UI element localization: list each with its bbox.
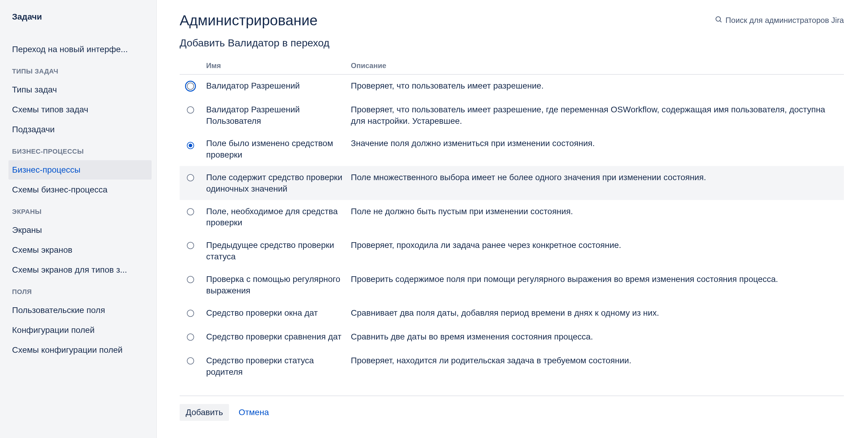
validator-radio[interactable] — [187, 208, 194, 215]
table-row[interactable]: Средство проверки статуса родителяПровер… — [180, 349, 844, 383]
table-row[interactable]: Поле содержит средство проверки одиночны… — [180, 166, 844, 200]
validator-name: Проверка с помощью регулярного выражения — [204, 268, 348, 302]
table-row[interactable]: Проверка с помощью регулярного выражения… — [180, 268, 844, 302]
validator-radio[interactable] — [187, 106, 194, 113]
validator-description: Проверяет, что пользователь имеет разреш… — [348, 74, 844, 98]
sidebar-item[interactable]: Схемы экранов для типов з... — [8, 260, 152, 279]
validator-description: Сравнивает два поля даты, добавляя перио… — [348, 302, 844, 326]
validator-name: Поле было изменено средством проверки — [204, 132, 348, 166]
validator-name: Валидатор Разрешений Пользователя — [204, 98, 348, 132]
validator-name: Средство проверки сравнения дат — [204, 326, 348, 349]
header-row: Администрирование Поиск для администрато… — [180, 12, 844, 29]
sidebar-item[interactable]: Схемы типов задач — [8, 100, 152, 119]
sidebar-item[interactable]: Экраны — [8, 221, 152, 240]
add-button[interactable]: Добавить — [180, 404, 229, 421]
column-name: Имя — [204, 59, 348, 74]
validator-radio[interactable] — [187, 242, 194, 249]
sidebar: Задачи Переход на новый интерфе... ТИПЫ … — [0, 0, 157, 438]
sidebar-item[interactable]: Схемы конфигурации полей — [8, 340, 152, 360]
validator-radio[interactable] — [187, 82, 194, 90]
sidebar-item[interactable]: Схемы экранов — [8, 240, 152, 260]
validator-description: Поле не должно быть пустым при изменении… — [348, 200, 844, 234]
svg-point-0 — [716, 16, 720, 21]
table-row[interactable]: Валидатор РазрешенийПроверяет, что польз… — [180, 74, 844, 98]
table-row[interactable]: Предыдущее средство проверки статусаПров… — [180, 234, 844, 268]
sidebar-section-label: БИЗНЕС-ПРОЦЕССЫ — [8, 140, 152, 160]
validator-radio[interactable] — [187, 174, 194, 181]
table-row[interactable]: Поле, необходимое для средства проверкиП… — [180, 200, 844, 234]
subheading: Добавить Валидатор в переход — [180, 37, 844, 49]
cancel-button[interactable]: Отмена — [238, 404, 270, 421]
table-row[interactable]: Средство проверки сравнения датСравнить … — [180, 326, 844, 349]
validator-name: Валидатор Разрешений — [204, 74, 348, 98]
sidebar-section-label: ТИПЫ ЗАДАЧ — [8, 60, 152, 80]
svg-line-1 — [720, 21, 721, 22]
validator-radio[interactable] — [187, 142, 194, 149]
sidebar-item[interactable]: Пользовательские поля — [8, 301, 152, 320]
sidebar-section-label: ЭКРАНЫ — [8, 200, 152, 221]
admin-search[interactable]: Поиск для администраторов Jira — [715, 15, 844, 25]
column-description: Описание — [348, 59, 844, 74]
validator-name: Предыдущее средство проверки статуса — [204, 234, 348, 268]
validator-name: Средство проверки окна дат — [204, 302, 348, 326]
page-title: Администрирование — [180, 12, 318, 29]
table-row[interactable]: Поле было изменено средством проверкиЗна… — [180, 132, 844, 166]
table-row[interactable]: Валидатор Разрешений ПользователяПроверя… — [180, 98, 844, 132]
sidebar-item[interactable]: Конфигурации полей — [8, 321, 152, 340]
sidebar-section-label: ПОЛЯ — [8, 280, 152, 301]
admin-search-label: Поиск для администраторов Jira — [725, 16, 844, 25]
validator-description: Проверяет, находится ли родительская зад… — [348, 349, 844, 383]
validator-description: Сравнить две даты во время изменения сос… — [348, 326, 844, 349]
validator-description: Проверить содержимое поля при помощи рег… — [348, 268, 844, 302]
main-content: Администрирование Поиск для администрато… — [157, 0, 868, 438]
validator-description: Значение поля должно измениться при изме… — [348, 132, 844, 166]
validator-description: Проверяет, что пользователь имеет разреш… — [348, 98, 844, 132]
table-row[interactable]: Средство проверки окна датСравнивает два… — [180, 302, 844, 326]
validator-name: Средство проверки статуса родителя — [204, 349, 348, 383]
validator-description: Проверяет, проходила ли задача ранее чер… — [348, 234, 844, 268]
sidebar-item[interactable]: Подзадачи — [8, 120, 152, 139]
validator-radio[interactable] — [187, 310, 194, 317]
button-row: Добавить Отмена — [180, 396, 844, 421]
validator-radio[interactable] — [187, 357, 194, 365]
validator-description: Поле множественного выбора имеет не боле… — [348, 166, 844, 200]
sidebar-title: Задачи — [8, 12, 152, 22]
validator-radio[interactable] — [187, 276, 194, 283]
sidebar-top-link[interactable]: Переход на новый интерфе... — [8, 40, 152, 59]
sidebar-item[interactable]: Схемы бизнес-процесса — [8, 180, 152, 199]
validators-table: Имя Описание Валидатор РазрешенийПроверя… — [180, 59, 844, 383]
sidebar-item[interactable]: Бизнес-процессы — [8, 160, 152, 179]
validator-name: Поле, необходимое для средства проверки — [204, 200, 348, 234]
sidebar-item[interactable]: Типы задач — [8, 80, 152, 99]
validator-radio[interactable] — [187, 334, 194, 341]
search-icon — [715, 15, 722, 25]
validator-name: Поле содержит средство проверки одиночны… — [204, 166, 348, 200]
